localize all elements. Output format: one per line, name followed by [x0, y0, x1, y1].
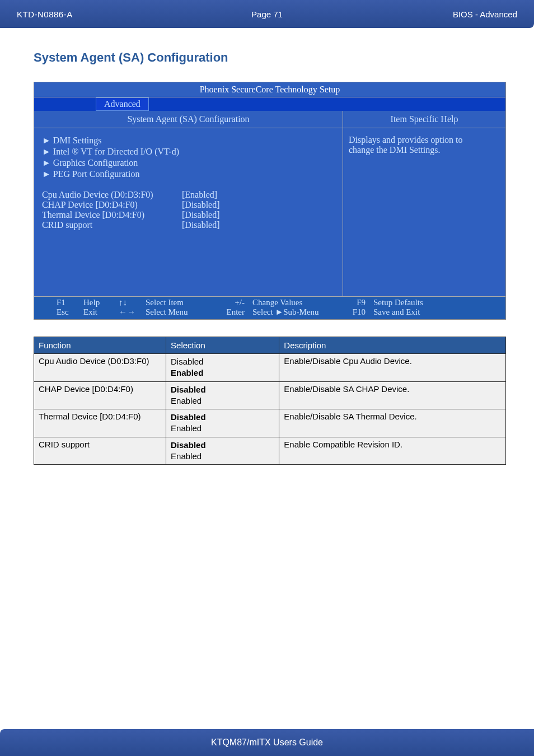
selection-option: Disabled	[171, 357, 203, 366]
selection-option: Enabled	[171, 451, 202, 461]
triangle-icon: ►	[42, 169, 51, 179]
setting-thermal-device[interactable]: Thermal Device [D0:D4:F0) [Disabled]	[42, 210, 331, 220]
key-exit-label: Exit	[83, 307, 114, 317]
action-change-values: Change Values	[252, 298, 336, 307]
action-save-exit: Save and Exit	[373, 307, 420, 317]
setting-value: [Disabled]	[182, 200, 220, 210]
key-enter: Enter	[217, 307, 248, 317]
selection-option-default: Disabled	[171, 385, 206, 394]
selection-option: Enabled	[171, 423, 202, 433]
page-number: Page 71	[251, 10, 283, 19]
page-body: System Agent (SA) Configuration Phoenix …	[0, 28, 534, 465]
func-cell: Cpu Audio Device (D0:D3:F0)	[34, 354, 166, 382]
section-heading: System Agent (SA) Configuration	[34, 50, 506, 65]
tab-advanced[interactable]: Advanced	[96, 97, 149, 111]
top-header-bar: KTD-N0886-A Page 71 BIOS - Advanced	[0, 0, 534, 28]
bios-title: Phoenix SecureCore Technology Setup	[34, 82, 505, 97]
function-table: Function Selection Description Cpu Audio…	[34, 337, 506, 465]
triangle-icon: ►	[42, 147, 51, 156]
setting-label: CHAP Device [D0:D4:F0)	[42, 200, 182, 210]
bios-keymap-footer: F1 Help ↑↓ Select Item +/- Change Values…	[34, 297, 505, 319]
setting-value: [Disabled]	[182, 210, 220, 220]
footer-text: KTQM87/mITX Users Guide	[211, 738, 323, 748]
section-label: BIOS - Advanced	[453, 10, 534, 19]
bios-tab-row: Advanced	[34, 97, 505, 111]
description-cell: Enable/Disable SA CHAP Device.	[279, 381, 506, 409]
action-select-item: Select Item	[146, 298, 213, 307]
menu-label: Graphics Configuration	[53, 158, 138, 167]
setting-chap-device[interactable]: CHAP Device [D0:D4:F0) [Disabled]	[42, 200, 331, 210]
setting-value: [Enabled]	[182, 190, 217, 200]
table-row: Cpu Audio Device (D0:D3:F0) Disabled Ena…	[34, 354, 506, 382]
action-select-menu: Select Menu	[146, 307, 213, 317]
arrow-updown-icon: ↑↓	[119, 298, 141, 307]
func-cell: Thermal Device [D0:D4:F0)	[34, 409, 166, 437]
description-cell: Enable/Disable SA Thermal Device.	[279, 409, 506, 437]
menu-peg-port-config[interactable]: ►PEG Port Configuration	[42, 169, 331, 180]
menu-graphics-config[interactable]: ►Graphics Configuration	[42, 157, 331, 169]
func-cell: CRID support	[34, 437, 166, 465]
key-f1: F1	[57, 298, 79, 307]
menu-label: DMI Settings	[53, 136, 102, 145]
menu-intel-vt-d[interactable]: ►Intel ® VT for Directed I/O (VT-d)	[42, 146, 331, 157]
triangle-icon: ►	[42, 158, 51, 167]
setting-label: CRID support	[42, 220, 182, 230]
selection-option-default: Disabled	[171, 412, 206, 422]
menu-label: Intel ® VT for Directed I/O (VT-d)	[53, 147, 179, 156]
key-f10: F10	[341, 307, 369, 317]
col-function: Function	[34, 337, 166, 354]
menu-label: PEG Port Configuration	[53, 169, 140, 179]
selection-cell: Disabled Enabled	[166, 381, 279, 409]
triangle-icon: ►	[42, 136, 51, 145]
selection-cell: Disabled Enabled	[166, 437, 279, 465]
help-text-line: Displays and provides option to	[349, 135, 500, 145]
table-row: CRID support Disabled Enabled Enable Com…	[34, 437, 506, 465]
bios-left-header: System Agent (SA) Configuration	[34, 111, 343, 128]
action-select-submenu: Select ►Sub-Menu	[252, 307, 336, 317]
key-esc: Esc	[57, 307, 79, 317]
col-selection: Selection	[166, 337, 279, 354]
setting-cpu-audio[interactable]: Cpu Audio Device (D0:D3:F0) [Enabled]	[42, 190, 331, 200]
description-cell: Enable Compatible Revision ID.	[279, 437, 506, 465]
table-row: Thermal Device [D0:D4:F0) Disabled Enabl…	[34, 409, 506, 437]
setting-crid-support[interactable]: CRID support [Disabled]	[42, 220, 331, 230]
setting-value: [Disabled]	[182, 220, 220, 230]
key-f9: F9	[341, 298, 369, 307]
selection-option: Enabled	[171, 396, 202, 405]
help-text-line: change the DMI Settings.	[349, 145, 500, 155]
col-description: Description	[279, 337, 506, 354]
selection-cell: Disabled Enabled	[166, 409, 279, 437]
action-setup-defaults: Setup Defaults	[373, 298, 423, 307]
page-footer: KTQM87/mITX Users Guide	[0, 729, 534, 756]
doc-id: KTD-N0886-A	[0, 10, 73, 19]
table-row: CHAP Device [D0:D4:F0) Disabled Enabled …	[34, 381, 506, 409]
bios-left-pane: System Agent (SA) Configuration ►DMI Set…	[34, 111, 343, 296]
arrow-leftright-icon: ←→	[119, 307, 141, 317]
setting-label: Cpu Audio Device (D0:D3:F0)	[42, 190, 182, 200]
key-plus-minus: +/-	[217, 298, 248, 307]
setting-label: Thermal Device [D0:D4:F0)	[42, 210, 182, 220]
menu-dmi-settings[interactable]: ►DMI Settings	[42, 135, 331, 146]
bios-help-pane: Item Specific Help Displays and provides…	[343, 111, 505, 296]
selection-option-default: Enabled	[171, 368, 203, 377]
key-help-label: Help	[83, 298, 114, 307]
selection-option-default: Disabled	[171, 440, 206, 450]
selection-cell: Disabled Enabled	[166, 354, 279, 382]
bios-help-header: Item Specific Help	[343, 111, 505, 128]
func-cell: CHAP Device [D0:D4:F0)	[34, 381, 166, 409]
bios-screenshot: Phoenix SecureCore Technology Setup Adva…	[34, 82, 506, 320]
description-cell: Enable/Disable Cpu Audio Device.	[279, 354, 506, 382]
